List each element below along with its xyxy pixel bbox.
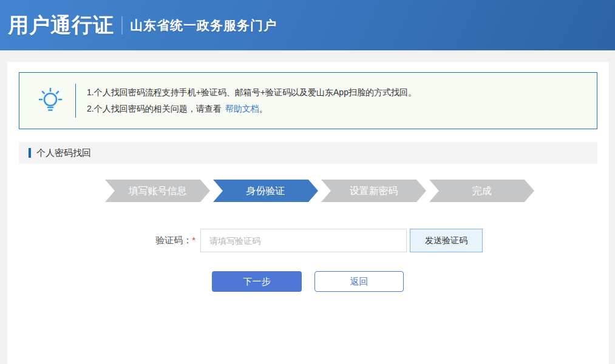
page-title: 用户通行证 bbox=[8, 12, 114, 39]
notice-box: 1.个人找回密码流程支持手机+验证码、邮箱号+验证码以及爱山东App扫脸的方式找… bbox=[19, 72, 597, 129]
action-buttons: 下一步 返回 bbox=[212, 271, 609, 292]
section-title-row: 个人密码找回 bbox=[19, 142, 597, 164]
verification-code-label: 验证码：* bbox=[127, 235, 200, 246]
help-doc-link[interactable]: 帮助文档 bbox=[225, 104, 259, 113]
content-card: 1.个人找回密码流程支持手机+验证码、邮箱号+验证码以及爱山东App扫脸的方式找… bbox=[7, 62, 609, 364]
notice-divider bbox=[75, 84, 76, 118]
step-set-new-password: 设置新密码 bbox=[321, 180, 426, 202]
notice-line-2-suffix: 。 bbox=[259, 104, 268, 113]
notice-line-2-text: 2.个人找回密码的相关问题，请查看 bbox=[87, 104, 222, 113]
next-step-button[interactable]: 下一步 bbox=[212, 271, 302, 292]
step-identity-verification: 身份验证 bbox=[213, 180, 318, 202]
step-wizard: 填写账号信息 身份验证 设置新密码 完成 bbox=[105, 180, 534, 202]
section-title: 个人密码找回 bbox=[36, 147, 91, 159]
header-divider bbox=[121, 16, 123, 35]
required-asterisk: * bbox=[192, 235, 195, 245]
section-title-bar bbox=[29, 148, 31, 158]
verification-code-row: 验证码：* 发送验证码 bbox=[127, 229, 609, 252]
back-button[interactable]: 返回 bbox=[314, 271, 404, 292]
verification-code-input[interactable] bbox=[200, 229, 407, 252]
notice-text: 1.个人找回密码流程支持手机+验证码、邮箱号+验证码以及爱山东App扫脸的方式找… bbox=[87, 84, 416, 117]
verification-code-label-text: 验证码： bbox=[155, 235, 192, 245]
header: 用户通行证 山东省统一政务服务门户 bbox=[0, 0, 615, 50]
send-code-button[interactable]: 发送验证码 bbox=[410, 229, 483, 252]
portal-subtitle: 山东省统一政务服务门户 bbox=[130, 17, 277, 34]
lightbulb-icon bbox=[32, 87, 69, 115]
notice-line-1: 1.个人找回密码流程支持手机+验证码、邮箱号+验证码以及爱山东App扫脸的方式找… bbox=[87, 84, 416, 101]
step-complete: 完成 bbox=[429, 180, 534, 202]
step-fill-account-info: 填写账号信息 bbox=[105, 180, 210, 202]
notice-line-2: 2.个人找回密码的相关问题，请查看帮助文档。 bbox=[87, 101, 416, 117]
